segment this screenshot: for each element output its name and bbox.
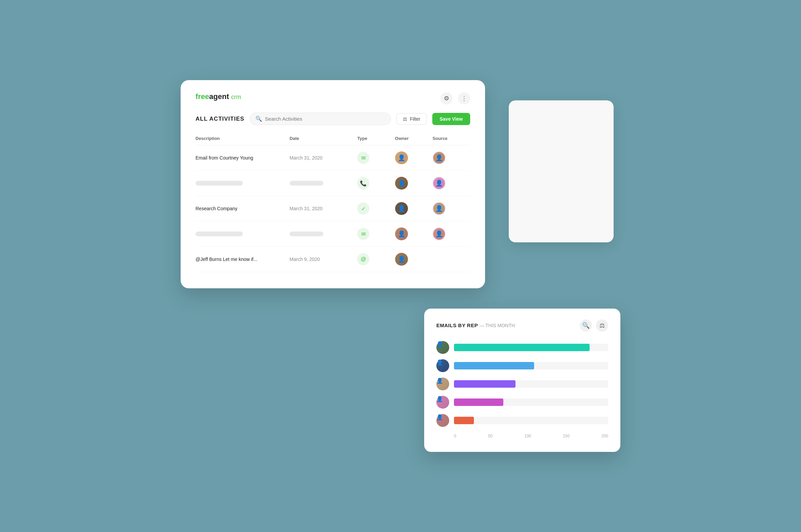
email-icon: ✉	[357, 152, 369, 164]
search-box[interactable]: 🔍	[250, 113, 391, 125]
filter-button[interactable]: ⚖ Filter	[397, 113, 427, 125]
row-owner: 👤	[395, 202, 433, 215]
owner-avatar: 👤	[395, 151, 408, 164]
logo: freeagent crm	[196, 92, 241, 101]
row-owner: 👤	[395, 227, 433, 240]
bar-avatar: 👤	[436, 378, 449, 391]
bar-row: 👤	[436, 378, 608, 391]
phone-icon: 📞	[357, 177, 369, 189]
email-icon: ✉	[357, 228, 369, 240]
row-owner: 👤	[395, 177, 433, 190]
row-source: 👤	[433, 177, 470, 190]
bar-background	[454, 417, 608, 424]
source-avatar: 👤	[433, 177, 445, 190]
bar-row: 👤	[436, 396, 608, 408]
bar-avatar: 👤	[436, 359, 449, 372]
bar-row: 👤	[436, 359, 608, 372]
emails-title: EMAILS BY REP	[436, 322, 478, 328]
row-type: @	[357, 253, 395, 265]
col-source: Source	[433, 136, 470, 141]
bar-background	[454, 380, 608, 388]
col-owner: Owner	[395, 136, 433, 141]
row-owner: 👤	[395, 253, 433, 266]
bar-avatar: 👤	[436, 396, 449, 408]
owner-avatar: 👤	[395, 253, 408, 266]
row-description: Research Company	[196, 206, 290, 211]
skeleton-date	[290, 181, 323, 186]
row-description: Email from Courtney Young	[196, 155, 290, 160]
source-avatar: 👤	[433, 151, 445, 164]
bar-fill	[454, 362, 534, 369]
search-input[interactable]	[265, 116, 385, 122]
emails-search-button[interactable]: 🔍	[580, 319, 592, 331]
emails-card: EMAILS BY REP — THIS MONTH 🔍 ⚖ 👤 👤 👤	[424, 309, 620, 452]
at-icon: @	[357, 253, 369, 265]
row-source: 👤	[433, 227, 470, 240]
row-date: March 9, 2020	[290, 256, 357, 262]
filter-icon: ⚖	[403, 116, 407, 122]
col-date: Date	[290, 136, 357, 141]
logo-free: free	[196, 92, 209, 101]
settings-button[interactable]: ⚙	[440, 92, 453, 104]
x-label-0: 0	[454, 434, 456, 438]
bar-avatar: 👤	[436, 414, 449, 427]
emails-header: EMAILS BY REP — THIS MONTH 🔍 ⚖	[436, 319, 608, 331]
bar-fill	[454, 344, 589, 351]
bar-avatar: 👤	[436, 341, 449, 354]
bar-fill	[454, 380, 515, 388]
bar-background	[454, 362, 608, 369]
activities-card: freeagent crm ⚙ ⋮ ALL ACTIVITIES 🔍 ⚖ Fil…	[181, 80, 485, 288]
save-view-button[interactable]: Save View	[432, 113, 470, 125]
toolbar: ALL ACTIVITIES 🔍 ⚖ Filter Save View	[196, 113, 470, 125]
table-row[interactable]: ✉ 👤 👤	[196, 222, 470, 247]
skeleton-description	[196, 231, 243, 236]
bar-background	[454, 399, 608, 406]
row-type: ✓	[357, 203, 395, 215]
col-type: Type	[357, 136, 395, 141]
blank-card	[509, 100, 614, 242]
row-description: @Jeff Burns Let me know if...	[196, 256, 290, 262]
emails-icon-group: 🔍 ⚖	[580, 319, 608, 331]
table-row[interactable]: Research Company March 31, 2020 ✓ 👤 👤	[196, 196, 470, 222]
emails-filter-button[interactable]: ⚖	[596, 319, 608, 331]
row-type: 📞	[357, 177, 395, 189]
x-label-100: 100	[524, 434, 531, 438]
bar-row: 👤	[436, 341, 608, 354]
owner-avatar: 👤	[395, 177, 408, 190]
x-axis: 0 50 100 150 200	[436, 434, 608, 438]
x-label-150: 150	[563, 434, 570, 438]
skeleton-date	[290, 231, 323, 236]
logo-agent: agent	[209, 92, 229, 101]
table-row[interactable]: Email from Courtney Young March 31, 2020…	[196, 145, 470, 171]
source-avatar: 👤	[433, 202, 445, 215]
owner-avatar: 👤	[395, 202, 408, 215]
row-type: ✉	[357, 228, 395, 240]
skeleton-description	[196, 181, 243, 186]
col-description: Description	[196, 136, 290, 141]
table-row[interactable]: 📞 👤 👤	[196, 171, 470, 196]
source-avatar: 👤	[433, 227, 445, 240]
emails-period: — THIS MONTH	[479, 323, 515, 328]
row-date: March 31, 2020	[290, 206, 357, 211]
page-title: ALL ACTIVITIES	[196, 116, 244, 122]
table-header: Description Date Type Owner Source	[196, 136, 470, 145]
filter-label: Filter	[410, 116, 420, 122]
more-options-button[interactable]: ⋮	[458, 92, 470, 104]
owner-avatar: 👤	[395, 227, 408, 240]
emails-title-group: EMAILS BY REP — THIS MONTH	[436, 322, 515, 328]
logo-crm: crm	[231, 94, 241, 100]
row-source: 👤	[433, 202, 470, 215]
bar-fill	[454, 399, 503, 406]
bar-background	[454, 344, 608, 351]
table-row[interactable]: @Jeff Burns Let me know if... March 9, 2…	[196, 247, 470, 272]
row-source: 👤	[433, 151, 470, 164]
check-icon: ✓	[357, 203, 369, 215]
bar-row: 👤	[436, 414, 608, 427]
x-label-200: 200	[601, 434, 608, 438]
row-owner: 👤	[395, 151, 433, 164]
row-date: March 31, 2020	[290, 155, 357, 160]
row-type: ✉	[357, 152, 395, 164]
bar-fill	[454, 417, 474, 424]
search-icon: 🔍	[255, 116, 262, 122]
x-label-50: 50	[488, 434, 492, 438]
